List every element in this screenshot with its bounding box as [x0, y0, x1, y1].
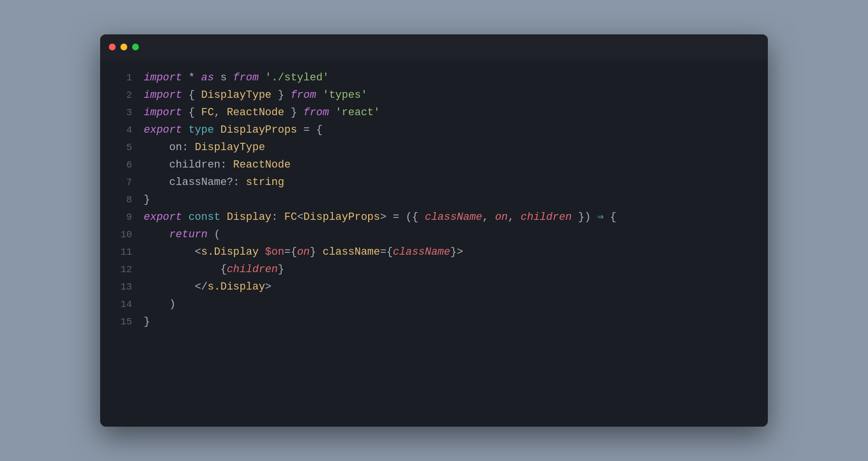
code-content: import { FC, ReactNode } from 'react'	[144, 104, 380, 122]
line-number: 8	[115, 191, 132, 209]
code-line: 2 import { DisplayType } from 'types'	[100, 87, 768, 104]
line-number: 1	[115, 69, 132, 87]
code-content: </s.Display>	[144, 278, 271, 296]
line-number: 5	[115, 139, 132, 156]
code-content: children: ReactNode	[144, 156, 291, 174]
code-line: 11 <s.Display $on={on} className={classN…	[100, 244, 768, 261]
code-line: 3 import { FC, ReactNode } from 'react'	[100, 104, 768, 122]
code-content: )	[144, 296, 176, 313]
code-line: 10 return (	[100, 226, 768, 244]
line-number: 2	[115, 87, 132, 104]
code-content: export type DisplayProps = {	[144, 122, 323, 139]
code-line: 4 export type DisplayProps = {	[100, 122, 768, 139]
line-number: 9	[115, 209, 132, 226]
code-line: 6 children: ReactNode	[100, 156, 768, 174]
code-content: export const Display: FC<DisplayProps> =…	[144, 209, 616, 226]
line-number: 6	[115, 156, 132, 174]
line-number: 7	[115, 174, 132, 191]
line-number: 14	[115, 296, 132, 313]
code-line: 14 )	[100, 296, 768, 313]
code-content: return (	[144, 226, 220, 244]
code-content: import * as s from './styled'	[144, 69, 329, 87]
code-line: 13 </s.Display>	[100, 278, 768, 296]
code-line: 15 }	[100, 313, 768, 331]
line-number: 10	[115, 226, 132, 244]
code-content: import { DisplayType } from 'types'	[144, 87, 367, 104]
code-content: {children}	[144, 261, 284, 278]
line-number: 12	[115, 261, 132, 278]
maximize-button[interactable]	[132, 44, 139, 50]
code-line: 1 import * as s from './styled'	[100, 69, 768, 87]
code-content: className?: string	[144, 174, 284, 191]
code-line: 7 className?: string	[100, 174, 768, 191]
code-line: 9 export const Display: FC<DisplayProps>…	[100, 209, 768, 226]
code-content: on: DisplayType	[144, 139, 265, 156]
code-content: <s.Display $on={on} className={className…	[144, 244, 463, 261]
code-line: 5 on: DisplayType	[100, 139, 768, 156]
line-number: 15	[115, 313, 132, 331]
line-number: 11	[115, 244, 132, 261]
minimize-button[interactable]	[120, 44, 127, 50]
code-content: }	[144, 313, 150, 331]
code-content: }	[144, 191, 150, 209]
line-number: 3	[115, 104, 132, 122]
line-number: 13	[115, 278, 132, 296]
code-window: 1 import * as s from './styled' 2 import…	[100, 34, 768, 427]
code-line: 8 }	[100, 191, 768, 209]
code-line: 12 {children}	[100, 261, 768, 278]
close-button[interactable]	[109, 44, 116, 50]
titlebar	[100, 34, 768, 60]
code-editor[interactable]: 1 import * as s from './styled' 2 import…	[100, 60, 768, 427]
line-number: 4	[115, 122, 132, 139]
